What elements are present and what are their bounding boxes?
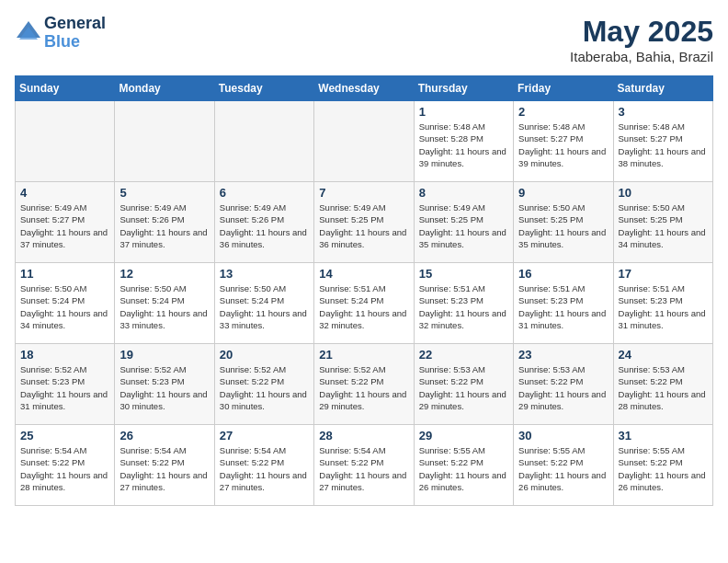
weekday-header: Monday (115, 76, 214, 101)
day-number: 30 (518, 429, 608, 442)
weekday-header: Tuesday (214, 76, 313, 101)
calendar-cell: 23Sunrise: 5:53 AMSunset: 5:22 PMDayligh… (514, 344, 613, 425)
calendar-cell: 9Sunrise: 5:50 AMSunset: 5:25 PMDaylight… (514, 182, 613, 263)
logo-icon (15, 19, 42, 47)
calendar-week-row: 11Sunrise: 5:50 AMSunset: 5:24 PMDayligh… (16, 263, 713, 344)
calendar-cell: 2Sunrise: 5:48 AMSunset: 5:27 PMDaylight… (514, 101, 613, 182)
day-number: 18 (20, 348, 109, 362)
calendar-week-row: 1Sunrise: 5:48 AMSunset: 5:28 PMDaylight… (16, 101, 713, 182)
cell-info: Sunrise: 5:49 AMSunset: 5:25 PMDaylight:… (319, 201, 408, 250)
cell-info: Sunrise: 5:49 AMSunset: 5:26 PMDaylight:… (119, 201, 209, 250)
day-number: 8 (419, 186, 508, 200)
cell-info: Sunrise: 5:54 AMSunset: 5:22 PMDaylight:… (220, 444, 309, 493)
calendar-cell: 8Sunrise: 5:49 AMSunset: 5:25 PMDaylight… (414, 182, 513, 263)
cell-info: Sunrise: 5:52 AMSunset: 5:22 PMDaylight:… (220, 363, 309, 412)
logo: GeneralBlue (15, 15, 106, 52)
day-number: 15 (419, 267, 508, 281)
calendar-cell: 29Sunrise: 5:55 AMSunset: 5:22 PMDayligh… (414, 425, 513, 506)
calendar-cell: 28Sunrise: 5:54 AMSunset: 5:22 PMDayligh… (314, 425, 414, 506)
cell-info: Sunrise: 5:51 AMSunset: 5:23 PMDaylight:… (518, 282, 608, 331)
calendar-cell: 4Sunrise: 5:49 AMSunset: 5:27 PMDaylight… (16, 182, 115, 263)
cell-info: Sunrise: 5:48 AMSunset: 5:27 PMDaylight:… (619, 121, 708, 169)
cell-info: Sunrise: 5:50 AMSunset: 5:24 PMDaylight:… (20, 282, 109, 331)
cell-info: Sunrise: 5:53 AMSunset: 5:22 PMDaylight:… (619, 363, 708, 412)
cell-info: Sunrise: 5:55 AMSunset: 5:22 PMDaylight:… (619, 444, 708, 493)
calendar-cell: 7Sunrise: 5:49 AMSunset: 5:25 PMDaylight… (314, 182, 414, 263)
weekday-header: Wednesday (314, 76, 414, 101)
calendar-table: SundayMondayTuesdayWednesdayThursdayFrid… (15, 75, 713, 506)
day-number: 12 (119, 267, 209, 281)
day-number: 11 (20, 267, 109, 281)
cell-info: Sunrise: 5:49 AMSunset: 5:25 PMDaylight:… (419, 201, 508, 250)
calendar-cell: 25Sunrise: 5:54 AMSunset: 5:22 PMDayligh… (16, 425, 115, 506)
day-number: 31 (619, 429, 708, 442)
calendar-cell: 14Sunrise: 5:51 AMSunset: 5:24 PMDayligh… (314, 263, 414, 344)
day-number: 13 (220, 267, 309, 281)
cell-info: Sunrise: 5:53 AMSunset: 5:22 PMDaylight:… (518, 363, 608, 412)
calendar-cell: 6Sunrise: 5:49 AMSunset: 5:26 PMDaylight… (214, 182, 313, 263)
day-number: 21 (319, 348, 408, 362)
weekday-header: Friday (514, 76, 613, 101)
day-number: 2 (518, 105, 608, 119)
cell-info: Sunrise: 5:50 AMSunset: 5:25 PMDaylight:… (518, 201, 608, 250)
page-header: GeneralBlue May 2025 Itaberaba, Bahia, B… (15, 15, 713, 64)
calendar-cell: 19Sunrise: 5:52 AMSunset: 5:23 PMDayligh… (115, 344, 214, 425)
weekday-header: Saturday (613, 76, 712, 101)
cell-info: Sunrise: 5:51 AMSunset: 5:23 PMDaylight:… (419, 282, 508, 331)
cell-info: Sunrise: 5:54 AMSunset: 5:22 PMDaylight:… (20, 444, 109, 493)
day-number: 4 (20, 186, 109, 200)
day-number: 26 (119, 429, 209, 442)
calendar-cell: 16Sunrise: 5:51 AMSunset: 5:23 PMDayligh… (514, 263, 613, 344)
day-number: 6 (220, 186, 309, 200)
calendar-week-row: 4Sunrise: 5:49 AMSunset: 5:27 PMDaylight… (16, 182, 713, 263)
calendar-cell: 10Sunrise: 5:50 AMSunset: 5:25 PMDayligh… (613, 182, 712, 263)
day-number: 24 (619, 348, 708, 362)
cell-info: Sunrise: 5:50 AMSunset: 5:25 PMDaylight:… (619, 201, 708, 250)
calendar-cell: 31Sunrise: 5:55 AMSunset: 5:22 PMDayligh… (613, 425, 712, 506)
month-title: May 2025 (570, 15, 713, 49)
calendar-cell: 26Sunrise: 5:54 AMSunset: 5:22 PMDayligh… (115, 425, 214, 506)
calendar-cell: 3Sunrise: 5:48 AMSunset: 5:27 PMDaylight… (613, 101, 712, 182)
calendar-cell: 11Sunrise: 5:50 AMSunset: 5:24 PMDayligh… (16, 263, 115, 344)
calendar-cell: 13Sunrise: 5:50 AMSunset: 5:24 PMDayligh… (214, 263, 313, 344)
cell-info: Sunrise: 5:51 AMSunset: 5:23 PMDaylight:… (619, 282, 708, 331)
calendar-cell (16, 101, 115, 182)
day-number: 29 (419, 429, 508, 442)
cell-info: Sunrise: 5:52 AMSunset: 5:22 PMDaylight:… (319, 363, 408, 412)
day-number: 27 (220, 429, 309, 442)
cell-info: Sunrise: 5:49 AMSunset: 5:27 PMDaylight:… (20, 201, 109, 250)
day-number: 25 (20, 429, 109, 442)
day-number: 22 (419, 348, 508, 362)
cell-info: Sunrise: 5:52 AMSunset: 5:23 PMDaylight:… (20, 363, 109, 412)
cell-info: Sunrise: 5:48 AMSunset: 5:28 PMDaylight:… (419, 121, 508, 169)
day-number: 17 (619, 267, 708, 281)
cell-info: Sunrise: 5:49 AMSunset: 5:26 PMDaylight:… (220, 201, 309, 250)
calendar-cell: 1Sunrise: 5:48 AMSunset: 5:28 PMDaylight… (414, 101, 513, 182)
day-number: 1 (419, 105, 508, 119)
cell-info: Sunrise: 5:48 AMSunset: 5:27 PMDaylight:… (518, 121, 608, 169)
calendar-cell: 20Sunrise: 5:52 AMSunset: 5:22 PMDayligh… (214, 344, 313, 425)
day-number: 23 (518, 348, 608, 362)
cell-info: Sunrise: 5:54 AMSunset: 5:22 PMDaylight:… (119, 444, 209, 493)
day-number: 3 (619, 105, 708, 119)
calendar-cell (314, 101, 414, 182)
calendar-cell: 12Sunrise: 5:50 AMSunset: 5:24 PMDayligh… (115, 263, 214, 344)
calendar-week-row: 25Sunrise: 5:54 AMSunset: 5:22 PMDayligh… (16, 425, 713, 506)
day-number: 19 (119, 348, 209, 362)
calendar-cell: 17Sunrise: 5:51 AMSunset: 5:23 PMDayligh… (613, 263, 712, 344)
day-number: 7 (319, 186, 408, 200)
calendar-cell (214, 101, 313, 182)
calendar-cell: 27Sunrise: 5:54 AMSunset: 5:22 PMDayligh… (214, 425, 313, 506)
day-number: 14 (319, 267, 408, 281)
cell-info: Sunrise: 5:52 AMSunset: 5:23 PMDaylight:… (119, 363, 209, 412)
day-number: 16 (518, 267, 608, 281)
title-block: May 2025 Itaberaba, Bahia, Brazil (570, 15, 713, 64)
day-number: 20 (220, 348, 309, 362)
calendar-cell: 5Sunrise: 5:49 AMSunset: 5:26 PMDaylight… (115, 182, 214, 263)
day-number: 10 (619, 186, 708, 200)
cell-info: Sunrise: 5:53 AMSunset: 5:22 PMDaylight:… (419, 363, 508, 412)
cell-info: Sunrise: 5:55 AMSunset: 5:22 PMDaylight:… (419, 444, 508, 493)
calendar-week-row: 18Sunrise: 5:52 AMSunset: 5:23 PMDayligh… (16, 344, 713, 425)
day-number: 5 (119, 186, 209, 200)
calendar-cell: 30Sunrise: 5:55 AMSunset: 5:22 PMDayligh… (514, 425, 613, 506)
